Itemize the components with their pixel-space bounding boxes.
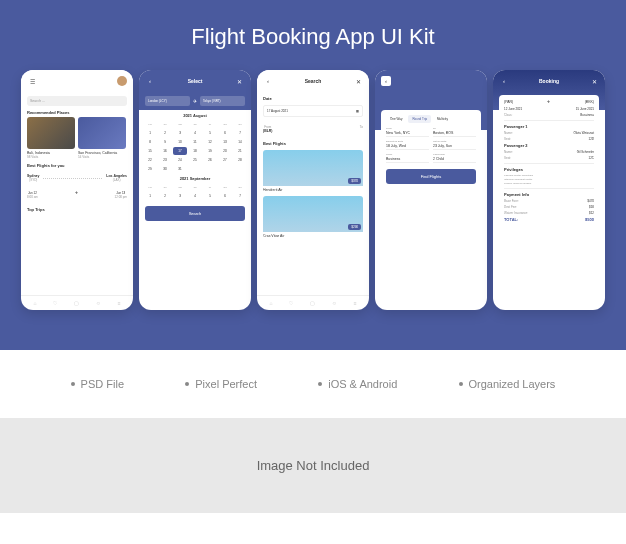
cal-day[interactable]: 10: [173, 138, 187, 146]
tab-multicity[interactable]: Multicity: [433, 115, 452, 123]
more-icon[interactable]: ≡: [118, 300, 121, 306]
cal-day[interactable]: 12: [203, 138, 217, 146]
cal-day[interactable]: 2: [158, 192, 172, 200]
flight-dates: Jun 12 8:00 am ✈ Jun 13 12:00 pm: [21, 187, 133, 203]
cal-day[interactable]: 23: [158, 156, 172, 164]
date-field[interactable]: 17 August 2021 ▦: [263, 105, 363, 117]
from-code: (PAR): [504, 100, 513, 104]
feature-item: PSD File: [71, 378, 124, 390]
cal-day[interactable]: 5: [203, 129, 217, 137]
weekday-header: Fr: [203, 184, 217, 191]
cal-day[interactable]: 24: [173, 156, 187, 164]
cal-day[interactable]: 19: [203, 147, 217, 155]
cal-day[interactable]: 3: [173, 129, 187, 137]
form-header: ‹: [375, 70, 487, 92]
nav-bar: ⌂ ♡ ▢ ☺ ≡: [257, 295, 369, 310]
fare-value: $470: [587, 199, 594, 203]
calendar-icon: ▦: [356, 109, 359, 113]
weekday-header: We: [173, 121, 187, 128]
cal-day[interactable]: 30: [158, 165, 172, 173]
home-icon[interactable]: ⌂: [269, 300, 272, 306]
cal-day[interactable]: 31: [173, 165, 187, 173]
privilege-item: Posuere auctor sollicitudin: [504, 174, 594, 177]
search-button[interactable]: Search: [145, 206, 245, 221]
name-label: Name:: [504, 131, 513, 135]
cal-day[interactable]: 3: [173, 192, 187, 200]
cal-day[interactable]: 26: [203, 156, 217, 164]
cal-day[interactable]: 18: [188, 147, 202, 155]
flight-card[interactable]: $370 Hendrerit Air: [263, 150, 363, 192]
avatar[interactable]: [117, 76, 127, 86]
cal-day[interactable]: 6: [218, 192, 232, 200]
features-row: PSD File Pixel Perfect iOS & Android Org…: [0, 350, 626, 418]
heart-icon[interactable]: ♡: [53, 300, 57, 306]
weekday-header: Sa: [218, 184, 232, 191]
cal-day[interactable]: 16: [158, 147, 172, 155]
find-flights-button[interactable]: Find Flights: [386, 169, 476, 184]
calendar-grid: Mo Tu We Th Fr Sa Su 1234567: [139, 184, 251, 200]
cal-day[interactable]: 21: [233, 147, 247, 155]
home-icon[interactable]: ⌂: [33, 300, 36, 306]
back-icon[interactable]: ‹: [499, 76, 509, 86]
cal-day[interactable]: 27: [218, 156, 232, 164]
cal-day[interactable]: 1: [143, 192, 157, 200]
cal-day[interactable]: 5: [203, 192, 217, 200]
home-header: ☰: [21, 70, 133, 92]
from-value[interactable]: (BLR): [263, 129, 273, 133]
menu-icon[interactable]: ☰: [27, 76, 37, 86]
ret-field[interactable]: 23 July, Sun: [433, 143, 476, 150]
cal-day[interactable]: 6: [218, 129, 232, 137]
back-icon[interactable]: ‹: [381, 76, 391, 86]
cal-day[interactable]: 13: [218, 138, 232, 146]
tab-roundtrip[interactable]: Round Trip: [408, 115, 431, 123]
from-field[interactable]: New York, NYC: [386, 130, 429, 137]
pax-field[interactable]: 2 Child: [433, 156, 476, 163]
flight-route[interactable]: Sydney (SYD) Los Angeles (LAX): [21, 170, 133, 187]
cal-day[interactable]: 25: [188, 156, 202, 164]
dep-field[interactable]: 18 July, Wed: [386, 143, 429, 150]
tab-oneway[interactable]: One Way: [386, 115, 406, 123]
cal-day[interactable]: 11: [188, 138, 202, 146]
cal-day[interactable]: 29: [143, 165, 157, 173]
close-icon[interactable]: ✕: [353, 76, 363, 86]
more-icon[interactable]: ≡: [354, 300, 357, 306]
cal-day[interactable]: 8: [143, 138, 157, 146]
user-icon[interactable]: ☺: [332, 300, 337, 306]
cal-day[interactable]: 7: [233, 192, 247, 200]
cal-day[interactable]: 7: [233, 129, 247, 137]
search-input[interactable]: Search ...: [27, 96, 127, 106]
feature-label: Pixel Perfect: [195, 378, 257, 390]
dest-value: $18: [589, 205, 594, 209]
back-icon[interactable]: ‹: [145, 76, 155, 86]
heart-icon[interactable]: ♡: [289, 300, 293, 306]
cal-day[interactable]: 20: [218, 147, 232, 155]
place-card[interactable]: Bali, Indonesia 98 Visits: [27, 117, 75, 159]
dest-label: Dest Fee:: [504, 205, 517, 209]
close-icon[interactable]: ✕: [235, 76, 245, 86]
cal-day[interactable]: 4: [188, 129, 202, 137]
calendar-icon[interactable]: ▢: [310, 300, 315, 306]
cal-day[interactable]: 9: [158, 138, 172, 146]
cal-day[interactable]: 15: [143, 147, 157, 155]
name-label: Name:: [504, 150, 513, 154]
cal-day[interactable]: 28: [233, 156, 247, 164]
back-icon[interactable]: ‹: [263, 76, 273, 86]
calendar-icon[interactable]: ▢: [74, 300, 79, 306]
cal-day-selected[interactable]: 17: [173, 147, 187, 155]
place-card[interactable]: San Francisco, California 54 Visits: [78, 117, 126, 159]
cal-day[interactable]: 22: [143, 156, 157, 164]
from-select[interactable]: London (LCY): [145, 96, 190, 106]
user-icon[interactable]: ☺: [96, 300, 101, 306]
to-field[interactable]: Boston, BOS: [433, 130, 476, 137]
feature-label: iOS & Android: [328, 378, 397, 390]
to-select[interactable]: Tokyo ( NRT): [200, 96, 245, 106]
cal-day[interactable]: 4: [188, 192, 202, 200]
class-field[interactable]: Business: [386, 156, 429, 163]
bullet-icon: [459, 382, 463, 386]
plane-icon: ✈: [193, 98, 197, 104]
cal-day[interactable]: 1: [143, 129, 157, 137]
cal-day[interactable]: 2: [158, 129, 172, 137]
close-icon[interactable]: ✕: [589, 76, 599, 86]
flight-card[interactable]: $290 Cras Vitae Air: [263, 196, 363, 238]
cal-day[interactable]: 14: [233, 138, 247, 146]
